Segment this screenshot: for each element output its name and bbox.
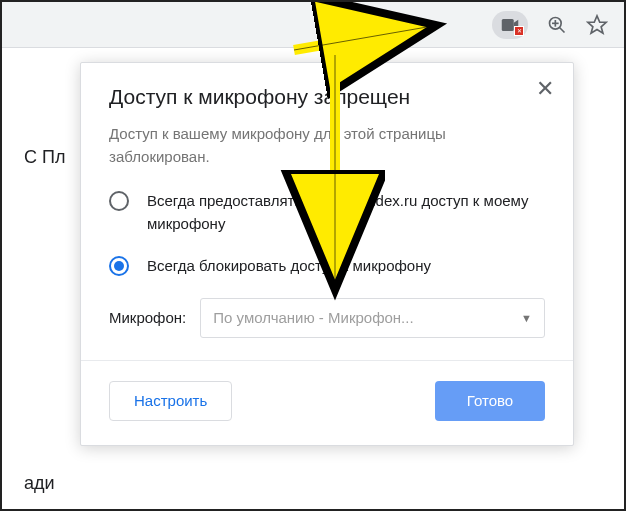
manage-button[interactable]: Настроить [109, 381, 232, 421]
star-icon [586, 14, 608, 36]
zoom-icon [547, 15, 567, 35]
svg-line-2 [560, 27, 565, 32]
popup-title: Доступ к микрофону запрещен [109, 85, 545, 109]
done-button[interactable]: Готово [435, 381, 545, 421]
radio-option-allow[interactable]: Всегда предоставлять https://yandex.ru д… [109, 190, 545, 235]
radio-inner-dot [114, 261, 124, 271]
popup-subtitle: Доступ к вашему микрофону для этой стран… [109, 123, 545, 168]
background-text: ади [24, 473, 55, 494]
radio-icon-selected [109, 256, 129, 276]
dropdown-value: По умолчанию - Микрофон... [213, 309, 413, 326]
radio-option-block[interactable]: Всегда блокировать доступ к микрофону [109, 255, 545, 278]
browser-toolbar [2, 2, 624, 48]
microphone-permission-popup: ✕ Доступ к микрофону запрещен Доступ к в… [80, 62, 574, 446]
camera-blocked-indicator[interactable] [492, 11, 528, 39]
button-row: Настроить Готово [109, 381, 545, 421]
divider [81, 360, 573, 361]
microphone-dropdown-row: Микрофон: По умолчанию - Микрофон... ▼ [109, 298, 545, 338]
svg-rect-0 [502, 19, 514, 31]
radio-label: Всегда предоставлять https://yandex.ru д… [147, 190, 545, 235]
radio-label: Всегда блокировать доступ к микрофону [147, 255, 431, 278]
blocked-badge-icon [514, 26, 524, 36]
close-icon: ✕ [536, 76, 554, 102]
chevron-down-icon: ▼ [521, 312, 532, 324]
zoom-button[interactable] [546, 14, 568, 36]
background-text: С Пл [24, 147, 65, 168]
microphone-dropdown[interactable]: По умолчанию - Микрофон... ▼ [200, 298, 545, 338]
dropdown-label: Микрофон: [109, 309, 186, 326]
radio-icon [109, 191, 129, 211]
close-button[interactable]: ✕ [533, 77, 557, 101]
bookmark-button[interactable] [586, 14, 608, 36]
